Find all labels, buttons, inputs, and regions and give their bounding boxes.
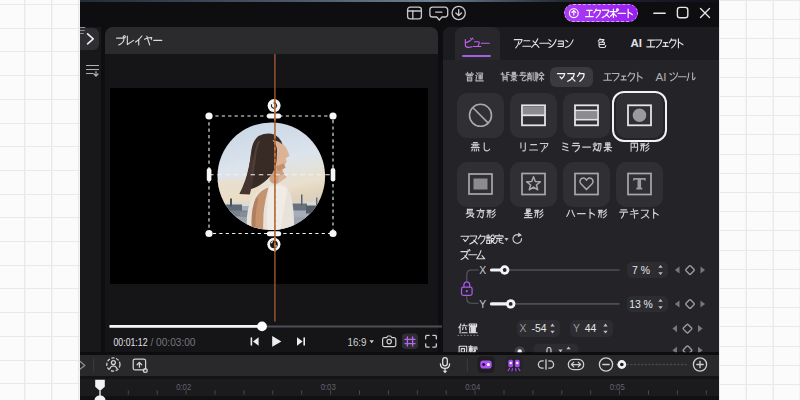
- svg-text:/ 00:03:00: / 00:03:00: [151, 336, 196, 348]
- svg-text:0:02: 0:02: [176, 381, 191, 392]
- svg-text:X: X: [479, 265, 486, 276]
- svg-text:0:04: 0:04: [465, 381, 480, 392]
- svg-text:Y: Y: [479, 299, 486, 310]
- svg-text:AI: AI: [631, 38, 643, 49]
- svg-text:0:05: 0:05: [610, 381, 625, 392]
- svg-text:-54: -54: [531, 323, 546, 334]
- svg-text:16:9: 16:9: [348, 336, 367, 348]
- svg-text:AI: AI: [656, 72, 667, 83]
- svg-text:Y: Y: [573, 323, 580, 334]
- svg-text:X: X: [520, 323, 527, 334]
- svg-text:7 %: 7 %: [632, 265, 650, 276]
- svg-text:13 %: 13 %: [629, 299, 653, 310]
- svg-text:44: 44: [585, 323, 597, 334]
- svg-text:00:01:12: 00:01:12: [114, 336, 148, 348]
- svg-text:0: 0: [546, 346, 552, 357]
- svg-text:0:03: 0:03: [321, 381, 336, 392]
